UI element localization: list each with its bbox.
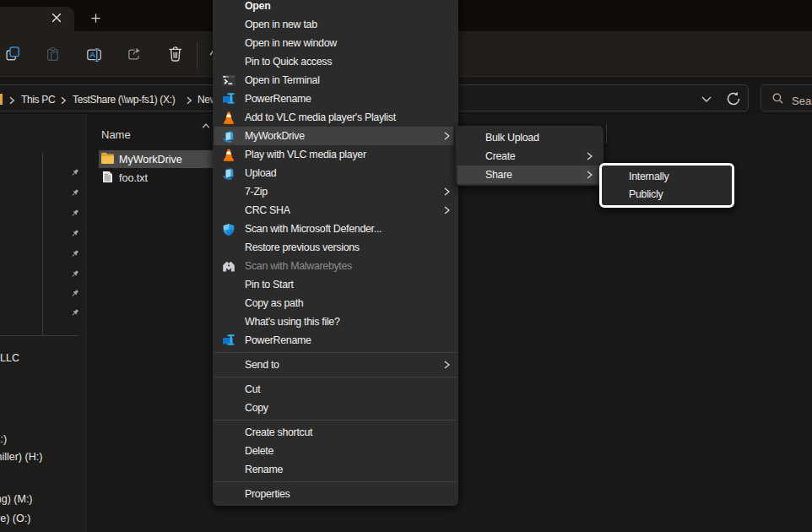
- svg-text:A: A: [89, 50, 95, 59]
